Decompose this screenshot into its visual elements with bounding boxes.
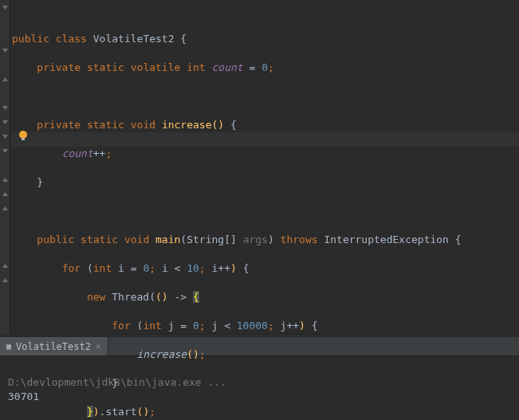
fold-icon[interactable] xyxy=(2,104,9,112)
keyword: public xyxy=(37,234,74,245)
op: ++ xyxy=(286,320,299,332)
fold-icon[interactable] xyxy=(2,262,9,269)
var: j xyxy=(211,320,218,332)
keyword: static xyxy=(87,119,124,131)
semi: ; xyxy=(199,262,206,274)
fold-icon[interactable] xyxy=(2,119,9,126)
fold-icon[interactable] xyxy=(2,176,9,183)
method-name: main xyxy=(155,234,180,245)
class-name: VolatileTest2 xyxy=(93,33,175,45)
paren: ) xyxy=(193,348,199,360)
paren: ) xyxy=(299,320,305,332)
fold-icon[interactable] xyxy=(2,190,9,198)
semi: ; xyxy=(268,61,274,73)
paren: ( xyxy=(149,291,155,303)
svg-point-0 xyxy=(19,131,27,139)
method-call: increase xyxy=(137,348,187,360)
paren: ) xyxy=(230,262,237,274)
brace: { xyxy=(312,320,318,332)
semi: ; xyxy=(199,348,206,360)
paren: ) xyxy=(218,119,224,131)
keyword: throws xyxy=(281,234,318,245)
op: ++ xyxy=(93,147,106,159)
intention-bulb-icon[interactable] xyxy=(18,130,29,141)
brace: { xyxy=(243,262,250,274)
arrow: -> xyxy=(175,291,187,303)
type: String xyxy=(187,234,224,245)
current-line-highlight xyxy=(10,132,519,147)
code-editor[interactable]: public class VolatileTest2 { private sta… xyxy=(0,0,519,335)
keyword: static xyxy=(87,61,124,73)
keyword: private xyxy=(37,61,81,73)
semi: ; xyxy=(199,320,206,332)
number: 10000 xyxy=(237,320,268,332)
op: = xyxy=(249,61,255,73)
paren: ) xyxy=(162,291,168,303)
op: = xyxy=(131,262,137,274)
op: < xyxy=(175,262,181,274)
fold-icon[interactable] xyxy=(2,147,9,155)
brace: } xyxy=(37,176,43,188)
keyword: void xyxy=(131,119,155,131)
keyword: public xyxy=(12,33,49,45)
paren: ( xyxy=(187,348,193,360)
paren: ( xyxy=(180,234,187,245)
keyword: for xyxy=(112,320,130,332)
keyword: volatile xyxy=(131,61,181,73)
fold-icon[interactable] xyxy=(2,47,9,54)
semi: ; xyxy=(149,262,155,274)
op: ++ xyxy=(218,262,230,274)
brace: } xyxy=(112,377,118,389)
brace-caret: } xyxy=(87,406,93,418)
number: 0 xyxy=(193,320,199,332)
keyword: static xyxy=(81,234,118,245)
keyword: int xyxy=(93,262,112,274)
fold-icon[interactable] xyxy=(2,4,9,11)
var: i xyxy=(162,262,168,274)
fold-icon[interactable] xyxy=(2,76,9,83)
keyword: int xyxy=(187,61,205,73)
brace: { xyxy=(230,119,237,131)
fold-icon[interactable] xyxy=(2,133,9,140)
field: count xyxy=(212,61,243,73)
number: 0 xyxy=(261,61,268,73)
var: j xyxy=(168,320,175,332)
number: 10 xyxy=(187,262,199,274)
method-name: increase xyxy=(162,119,212,131)
paren: ) xyxy=(268,234,274,245)
brace: { xyxy=(180,33,187,45)
paren: ( xyxy=(155,291,162,303)
keyword: private xyxy=(37,119,81,131)
method-call: start xyxy=(105,406,136,418)
keyword: for xyxy=(62,262,81,274)
param: args xyxy=(243,234,268,245)
keyword: int xyxy=(143,320,161,332)
keyword: new xyxy=(87,291,105,303)
semi: ; xyxy=(268,320,274,332)
op: < xyxy=(224,320,230,332)
svg-rect-1 xyxy=(22,138,25,140)
fold-icon[interactable] xyxy=(2,205,9,212)
semi: ; xyxy=(149,406,155,418)
semi: ; xyxy=(105,147,112,159)
type: InterruptedException xyxy=(324,234,449,245)
field: count xyxy=(62,147,93,159)
fold-icon[interactable] xyxy=(2,277,9,284)
brace-caret: { xyxy=(193,291,199,303)
var: i xyxy=(118,262,124,274)
type: Thread xyxy=(112,291,149,303)
editor-gutter xyxy=(0,0,10,335)
paren: ) xyxy=(93,406,100,418)
run-icon: ▦ xyxy=(6,342,11,351)
brace: { xyxy=(455,234,462,245)
paren: ( xyxy=(87,262,93,274)
keyword: void xyxy=(124,234,149,245)
brackets: [] xyxy=(224,234,237,245)
op: = xyxy=(180,320,187,332)
keyword: class xyxy=(56,33,87,45)
code-area[interactable]: public class VolatileTest2 { private sta… xyxy=(10,0,519,335)
